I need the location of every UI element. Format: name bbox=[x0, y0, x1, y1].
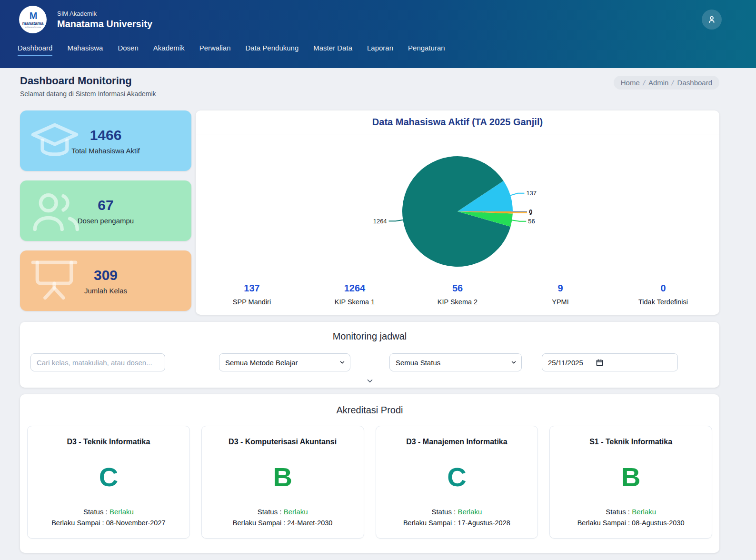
akreditasi-title: Akreditasi Prodi bbox=[27, 405, 712, 416]
prodi-card-d3-manajemen-informatika: D3 - Manajemen Informatika C Status : Be… bbox=[376, 426, 538, 539]
grade-badge: C bbox=[382, 464, 532, 490]
monitoring-title: Monitoring jadwal bbox=[30, 331, 709, 342]
date-input[interactable]: 25/11/2025 bbox=[542, 353, 678, 371]
breadcrumb-dashboard: Dashboard bbox=[677, 79, 712, 87]
chart-title: Data Mahasiswa Aktif (TA 2025 Ganjil) bbox=[196, 117, 719, 128]
monitoring-jadwal-panel: Monitoring jadwal Semua Metode Belajar S… bbox=[20, 322, 719, 388]
breadcrumb-admin[interactable]: Admin bbox=[648, 79, 669, 87]
presentation-board-icon bbox=[27, 254, 82, 307]
stat-label: Jumlah Kelas bbox=[84, 287, 127, 295]
grade-badge: B bbox=[208, 464, 358, 490]
legend-item-spp-mandiri: 137 SPP Mandiri bbox=[223, 283, 280, 306]
brand: M manatama software house SIM Akademik M… bbox=[19, 6, 152, 33]
stat-value: 67 bbox=[98, 197, 113, 213]
logo-monogram: M bbox=[30, 11, 37, 20]
nav-item-akademik[interactable]: Akademik bbox=[153, 44, 185, 56]
prodi-card-d3-teknik-informatika: D3 - Teknik Informatika C Status : Berla… bbox=[27, 426, 190, 539]
logo-brand-text: manatama bbox=[22, 21, 44, 26]
grade-badge: B bbox=[556, 464, 706, 490]
stat-label: Total Mahasiswa Aktif bbox=[71, 147, 139, 155]
nav-item-pengaturan[interactable]: Pengaturan bbox=[408, 44, 445, 56]
main-nav: Dashboard Mahasiswa Dosen Akademik Perwa… bbox=[0, 44, 756, 56]
breadcrumb-separator: / bbox=[642, 79, 646, 87]
grade-badge: C bbox=[33, 464, 184, 490]
status-badge: Berlaku bbox=[284, 508, 308, 516]
status-select[interactable]: Semua Status bbox=[389, 353, 522, 371]
university-logo: M manatama software house bbox=[19, 6, 47, 33]
stat-value: 309 bbox=[94, 267, 118, 283]
page-subtitle: Selamat datang di Sistem Informasi Akade… bbox=[20, 90, 156, 98]
stat-card-dosen-pengampu: 67 Dosen pengampu bbox=[20, 180, 191, 241]
legend-item-tidak-terdefinisi: 0 Tidak Terdefinisi bbox=[635, 283, 692, 306]
pie-chart-canvas[interactable]: 13712645690 bbox=[348, 134, 567, 283]
stat-card-total-mahasiswa: 1466 Total Mahasiswa Aktif bbox=[20, 110, 191, 171]
legend-item-kip-skema-2: 56 KIP Skema 2 bbox=[429, 283, 486, 306]
metode-belajar-select[interactable]: Semua Metode Belajar bbox=[219, 353, 350, 371]
top-navbar: M manatama software house SIM Akademik M… bbox=[0, 0, 756, 68]
user-avatar-button[interactable] bbox=[702, 10, 722, 30]
nav-item-dosen[interactable]: Dosen bbox=[118, 44, 138, 56]
logo-tagline: software house bbox=[25, 26, 41, 29]
svg-text:0: 0 bbox=[529, 208, 532, 215]
stat-card-jumlah-kelas: 309 Jumlah Kelas bbox=[20, 250, 191, 311]
page-title: Dashboard Monitoring bbox=[20, 75, 156, 87]
chevron-down-icon bbox=[366, 377, 374, 385]
nav-item-perwalian[interactable]: Perwalian bbox=[199, 44, 231, 56]
breadcrumb-home[interactable]: Home bbox=[621, 79, 640, 87]
prodi-card-s1-teknik-informatika: S1 - Teknik Informatika B Status : Berla… bbox=[549, 426, 712, 539]
legend-item-kip-skema-1: 1264 KIP Skema 1 bbox=[326, 283, 383, 306]
status-badge: Berlaku bbox=[632, 508, 656, 516]
svg-text:56: 56 bbox=[528, 218, 535, 225]
graduation-cap-icon bbox=[27, 114, 83, 168]
prodi-card-d3-komputerisasi-akuntansi: D3 - Komputerisasi Akuntansi B Status : … bbox=[201, 426, 364, 539]
users-icon bbox=[27, 184, 84, 239]
chart-legend: 137 SPP Mandiri 1264 KIP Skema 1 56 KIP … bbox=[196, 283, 719, 317]
breadcrumb-separator: / bbox=[671, 79, 675, 87]
nav-item-mahasiswa[interactable]: Mahasiswa bbox=[67, 44, 103, 56]
app-subtitle: SIM Akademik bbox=[57, 10, 152, 17]
stat-label: Dosen pengampu bbox=[78, 217, 134, 225]
svg-text:1264: 1264 bbox=[373, 218, 387, 225]
nav-item-dashboard[interactable]: Dashboard bbox=[18, 44, 52, 56]
calendar-icon bbox=[596, 359, 604, 367]
breadcrumb: Home / Admin / Dashboard bbox=[614, 76, 719, 90]
app-title: Manatama University bbox=[57, 19, 152, 30]
nav-item-master-data[interactable]: Master Data bbox=[313, 44, 352, 56]
chart-card: Data Mahasiswa Aktif (TA 2025 Ganjil) 13… bbox=[196, 110, 719, 315]
expand-schedule-button[interactable] bbox=[366, 377, 374, 385]
akreditasi-prodi-panel: Akreditasi Prodi D3 - Teknik Informatika… bbox=[20, 394, 719, 553]
nav-item-laporan[interactable]: Laporan bbox=[367, 44, 393, 56]
status-badge: Berlaku bbox=[109, 508, 134, 516]
stat-value: 1466 bbox=[90, 127, 122, 143]
status-badge: Berlaku bbox=[458, 508, 482, 516]
search-input[interactable] bbox=[30, 353, 165, 371]
nav-item-data-pendukung[interactable]: Data Pendukung bbox=[246, 44, 299, 56]
svg-text:137: 137 bbox=[526, 190, 537, 197]
legend-item-ypmi: 9 YPMI bbox=[532, 283, 589, 306]
user-icon bbox=[706, 14, 717, 25]
